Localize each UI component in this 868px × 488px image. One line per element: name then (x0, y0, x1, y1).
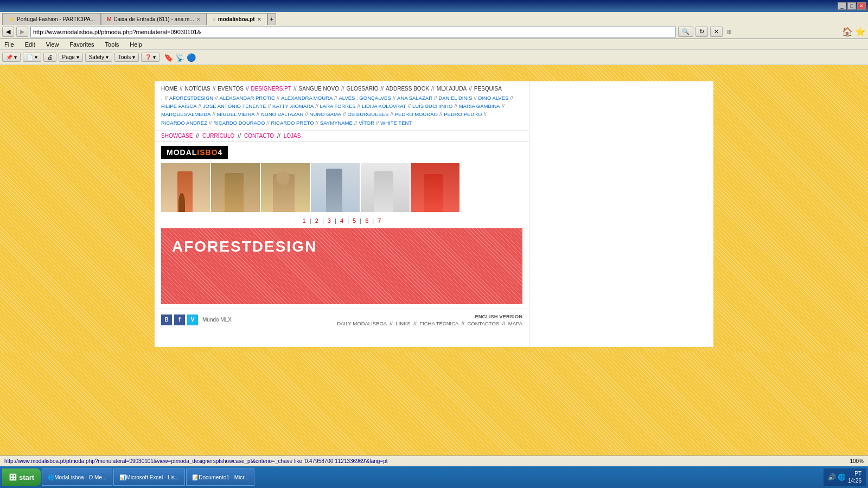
designer-pedro-p[interactable]: PEDRO PEDRO (444, 110, 482, 118)
nav-designers[interactable]: DESIGNERS.PT (251, 86, 291, 92)
designer-ana[interactable]: ANA SALAZAR (397, 94, 432, 102)
page-4[interactable]: 4 (340, 217, 343, 224)
footer-contactos[interactable]: CONTACTOS (467, 320, 499, 326)
nav-glossario[interactable]: GLOSSÁRIO (347, 86, 379, 92)
toolbar-btn-1[interactable]: 📌 ▾ (2, 53, 21, 62)
menu-view[interactable]: View (44, 41, 61, 48)
subnav-showcase[interactable]: SHOWCASE (161, 133, 193, 139)
site-logo[interactable]: MODALISBO4 (161, 146, 228, 159)
designer-pedro-m[interactable]: PEDRO MOURÃO (395, 110, 438, 118)
tools-button[interactable]: Tools ▾ (114, 53, 139, 62)
minimize-button[interactable]: _ (838, 2, 846, 10)
gallery-photo-3[interactable] (261, 163, 310, 212)
designer-white-tent[interactable]: WHITE TENT (380, 119, 412, 127)
toolbar-btn-3[interactable]: 🖨 (43, 53, 56, 62)
designer-nuno-g[interactable]: NUNO GAMA (310, 110, 342, 118)
footer-links-link[interactable]: LINKS (395, 320, 410, 326)
new-tab-button[interactable]: + (267, 13, 276, 25)
taskbar-item-modalisboa[interactable]: 🌐 ModaLisboa - O Me... (42, 468, 112, 486)
menu-file[interactable]: File (2, 41, 16, 48)
page-5[interactable]: 5 (353, 217, 356, 224)
nav-pesquisa[interactable]: PESQUISA (474, 86, 502, 92)
nav-home[interactable]: HOME (161, 86, 177, 92)
designer-lara[interactable]: LARA TORRES (320, 102, 356, 110)
gallery-photo-4[interactable] (311, 163, 360, 212)
designer-maria[interactable]: MARIA GAMBINA (459, 102, 500, 110)
designer-dino[interactable]: DINO ALVES (478, 94, 509, 102)
nav-noticias[interactable]: NOTÍCIAS (185, 86, 210, 92)
gallery-photo-6[interactable] (411, 163, 459, 212)
designer-lidija[interactable]: LIDIJA KOLOVRAT (362, 102, 406, 110)
toolbar-btn-2[interactable]: 📄 ▾ (23, 53, 41, 62)
designer-miguel[interactable]: MIGUEL VIEIRA (217, 110, 255, 118)
designer-daniel[interactable]: DANIEL DINIS (438, 94, 472, 102)
tab-modalisboa[interactable]: ○ modalisboa.pt ✕ (207, 13, 267, 25)
tray-icon-1[interactable]: 🔊 (828, 473, 836, 481)
gallery-photo-5[interactable] (361, 163, 410, 212)
page-2[interactable]: 2 (315, 217, 318, 224)
designer-katty[interactable]: KATTY XIOMARA (272, 102, 314, 110)
help-button[interactable]: ❓ ▾ (141, 53, 159, 62)
tab-gmail[interactable]: M Caixa de Entrada (811) - ana.m... ✕ (101, 13, 207, 25)
safety-button[interactable]: Safety ▾ (85, 53, 112, 62)
tray-icon-2[interactable]: 🌐 (838, 473, 846, 481)
page-7[interactable]: 7 (378, 217, 381, 224)
page-6[interactable]: 6 (365, 217, 368, 224)
menu-tools[interactable]: Tools (103, 41, 122, 48)
vimeo-icon[interactable]: V (187, 314, 198, 325)
gallery-photo-1[interactable] (161, 163, 210, 212)
page-1[interactable]: 1 (303, 217, 306, 224)
designer-filipe[interactable]: FILIPE FAÍSCA (161, 102, 196, 110)
footer-ficha[interactable]: FICHA TÉCNICA (419, 320, 458, 326)
taskbar-item-word[interactable]: 📝 Documento1 - Micr... (186, 468, 254, 486)
designer-aleksandar[interactable]: ALEKSANDAR PROTIC (220, 94, 275, 102)
search-button[interactable]: 🔍 (678, 27, 693, 37)
designer-alexandra[interactable]: ALEXANDRA MOURA (281, 94, 333, 102)
designer-marques[interactable]: MARQUES'ALMEIDA (161, 110, 211, 118)
designer-vitor[interactable]: VÍTOR (359, 119, 374, 127)
footer-daily[interactable]: DAILY MODALISBOA (337, 320, 387, 326)
designer-ricardo-a[interactable]: RICARDO ANDREZ (161, 119, 207, 127)
subnav-lojas[interactable]: LOJAS (284, 133, 301, 139)
taskbar-item-excel[interactable]: 📊 Microsoft Excel - Lis... (113, 468, 185, 486)
designer-saymyname[interactable]: SAYMYNAME (320, 119, 353, 127)
close-button[interactable]: ✕ (857, 2, 866, 10)
designer-ricardo-p[interactable]: RICARDO PRETO (271, 119, 314, 127)
tab-close-icon[interactable]: ✕ (196, 17, 201, 22)
tab-close-active-icon[interactable]: ✕ (257, 17, 261, 22)
facebook-icon[interactable]: f (174, 314, 185, 325)
favorites-icon[interactable]: ⭐ (855, 27, 866, 37)
rss-icon[interactable]: 📡 (175, 53, 184, 62)
subnav-contacto[interactable]: CONTACTO (244, 133, 274, 139)
designer-ricardo-d[interactable]: RICARDO DOURADO (213, 119, 265, 127)
bookmark-icon[interactable]: 🔖 (164, 53, 173, 62)
menu-help[interactable]: Help (127, 41, 144, 48)
designer-luis[interactable]: LUÍS BUCHINHO (412, 102, 452, 110)
bluetooth-icon[interactable]: 🔵 (187, 53, 196, 62)
gallery-photo-2[interactable] (211, 163, 260, 212)
menu-edit[interactable]: Edit (23, 41, 37, 48)
address-input[interactable] (30, 27, 676, 37)
nav-eventos[interactable]: EVENTOS (218, 86, 244, 92)
designer-nuno-b[interactable]: NUNO BALTAZAR (261, 110, 303, 118)
stop-button[interactable]: ✕ (710, 27, 723, 37)
forward-button[interactable]: ▶ (16, 27, 28, 37)
footer-mapa[interactable]: MAPA (508, 320, 522, 326)
maximize-button[interactable]: □ (847, 2, 856, 10)
english-version[interactable]: ENGLISH VERSION (337, 313, 522, 319)
nav-mlx[interactable]: MLX AJUDA (437, 86, 467, 92)
blog-icon[interactable]: B (161, 314, 172, 325)
designer-jose[interactable]: JOSÉ ANTÓNIO TENENTE (203, 102, 266, 110)
menu-favorites[interactable]: Favorites (67, 41, 96, 48)
tab-portugal-fashion[interactable]: ⚡ Portugal Fashion - PARTICIPA... (2, 13, 101, 25)
home-icon[interactable]: 🏠 (842, 27, 853, 37)
nav-address[interactable]: ADDRESS BOOK (386, 86, 429, 92)
nav-sangue[interactable]: SANGUE NOVO (299, 86, 339, 92)
designer-alves[interactable]: ALVES . GONÇALVES (339, 94, 391, 102)
subnav-curriculo[interactable]: CURRÍCULO (202, 133, 234, 139)
page-3[interactable]: 3 (328, 217, 331, 224)
designer-aforest[interactable]: AFORESTDESIGN (169, 94, 213, 102)
designer-os[interactable]: OS BURGUESES (347, 110, 388, 118)
refresh-button[interactable]: ↻ (695, 27, 708, 37)
back-button[interactable]: ◀ (2, 27, 14, 37)
